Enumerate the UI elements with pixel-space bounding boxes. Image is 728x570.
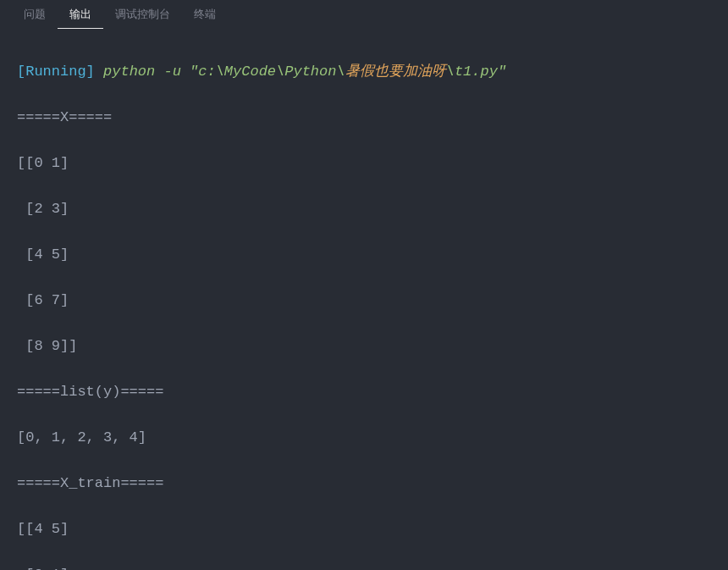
output-line: [0, 1, 2, 3, 4] xyxy=(17,426,720,449)
output-line: [6 7] xyxy=(17,289,720,312)
panel-tabs: 问题 输出 调试控制台 终端 xyxy=(0,0,728,29)
output-line: =====X===== xyxy=(17,106,720,129)
tab-terminal[interactable]: 终端 xyxy=(182,0,228,29)
command-suffix: \t1.py" xyxy=(446,64,506,80)
command-prefix: python -u "c:\MyCode\Python\ xyxy=(95,64,345,80)
output-line: [8 9]] xyxy=(17,335,720,357)
tab-output[interactable]: 输出 xyxy=(58,0,103,29)
running-tag: [Running] xyxy=(17,64,95,80)
tab-debug-console[interactable]: 调试控制台 xyxy=(103,0,182,29)
output-line: [4 5] xyxy=(17,243,720,266)
output-line: [2 3] xyxy=(17,197,720,220)
output-line: =====list(y)===== xyxy=(17,380,720,403)
output-panel: [Running] python -u "c:\MyCode\Python\暑假… xyxy=(0,29,728,570)
running-line: [Running] python -u "c:\MyCode\Python\暑假… xyxy=(17,60,720,83)
output-line: [[0 1] xyxy=(17,152,720,174)
tab-problems[interactable]: 问题 xyxy=(12,0,58,29)
output-line: =====X_train===== xyxy=(17,472,720,495)
output-line: [0 1] xyxy=(17,563,720,570)
command-cn-folder: 暑假也要加油呀 xyxy=(345,64,446,80)
output-line: [[4 5] xyxy=(17,517,720,540)
